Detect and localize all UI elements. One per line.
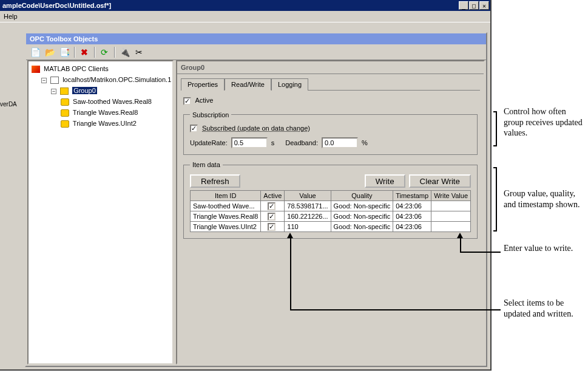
col-writevalue[interactable]: Write Value — [431, 191, 471, 201]
tool-new-icon[interactable]: 📄 — [29, 46, 42, 58]
cell-quality: Good: Non-specific — [331, 201, 393, 211]
deadband-input[interactable]: 0.0 — [322, 137, 358, 148]
matlab-icon — [32, 66, 40, 73]
cell-quality: Good: Non-specific — [331, 211, 393, 222]
cell-active[interactable]: ✓ — [261, 222, 285, 232]
tree-item[interactable]: Triangle Waves.UInt2 — [61, 118, 171, 129]
tool-additem-icon[interactable]: 📑 — [58, 46, 71, 58]
clear-write-button[interactable]: Clear Write — [409, 174, 471, 188]
itemdata-group: Item data Refresh Write Clear Write Item… — [183, 161, 478, 239]
tree-root-label: MATLAB OPC Clients — [44, 65, 109, 72]
write-button[interactable]: Write — [365, 174, 405, 188]
item-icon — [61, 98, 69, 106]
separator-icon — [114, 47, 115, 58]
item-table: Item ID Active Value Quality Timestamp W… — [190, 190, 471, 232]
tab-readwrite[interactable]: Read/Write — [225, 78, 271, 91]
tree-item[interactable]: Triangle Waves.Real8 — [61, 107, 171, 118]
active-checkbox[interactable]: ✓ — [183, 97, 191, 105]
cell-writevalue[interactable] — [431, 211, 471, 222]
tab-properties[interactable]: Properties — [181, 78, 225, 91]
tab-content: ✓ Active Subscription ✓ Subscribed (upda… — [177, 91, 484, 251]
bracket-icon — [493, 111, 497, 146]
cell-timestamp: 04:23:06 — [393, 222, 431, 232]
object-tree: MATLAB OPC Clients − localhost/Matrikon.… — [30, 63, 171, 129]
arrow-up-icon — [287, 233, 293, 238]
subscribed-label: Subscribed (update on data change) — [202, 125, 310, 132]
tree-item[interactable]: Saw-toothed Waves.Real8 — [61, 96, 171, 107]
annotation-selectitems: Select items to be updated and written. — [504, 298, 586, 319]
active-label: Active — [195, 97, 213, 104]
outer-titlebar: ampleCode\UserDoc\Untitled.osf*] _ □ ✕ — [0, 0, 490, 11]
tree-item-label: Triangle Waves.Real8 — [73, 109, 138, 116]
close-button[interactable]: ✕ — [479, 1, 489, 10]
subscription-legend: Subscription — [190, 111, 232, 118]
tree-item-label: Saw-toothed Waves.Real8 — [73, 98, 152, 105]
detail-header: Group0 — [177, 61, 484, 74]
item-icon — [61, 120, 69, 128]
inner-toolbar: 📄 📂 📑 ✖ ⟳ 🔌 ✂ — [26, 44, 486, 60]
outer-window-title: ampleCode\UserDoc\Untitled.osf*] — [2, 2, 459, 9]
col-value[interactable]: Value — [285, 191, 331, 201]
menu-help[interactable]: Help — [4, 11, 18, 22]
col-itemid[interactable]: Item ID — [190, 191, 260, 201]
maximize-button[interactable]: □ — [469, 1, 479, 10]
cell-value: 160.221226... — [285, 211, 331, 222]
tree-item-label: Triangle Waves.UInt2 — [73, 120, 137, 127]
tree-pane[interactable]: MATLAB OPC Clients − localhost/Matrikon.… — [27, 60, 174, 365]
arrow-line — [460, 237, 461, 252]
annotation-writevalue: Enter value to write. — [504, 243, 586, 254]
tool-delete-icon[interactable]: ✖ — [78, 46, 91, 58]
percent-label: % — [362, 139, 368, 146]
subscribed-checkbox[interactable]: ✓ — [190, 125, 198, 132]
arrow-line — [460, 252, 501, 253]
opc-toolbox-window: OPC Toolbox Objects 📄 📂 📑 ✖ ⟳ 🔌 ✂ MA — [25, 32, 487, 367]
active-checkbox-row: ✓ Active — [183, 97, 478, 105]
col-timestamp[interactable]: Timestamp — [393, 191, 431, 201]
minimize-button[interactable]: _ — [459, 1, 468, 10]
arrow-line — [290, 237, 291, 310]
tree-group-label: Group0 — [72, 87, 97, 94]
annotation-subscription: Control how often group receives updated… — [504, 106, 586, 139]
bracket-icon — [493, 167, 497, 231]
menu-bar: Help — [0, 11, 490, 22]
separator-icon — [94, 47, 95, 58]
left-gutter-text: verDA — [0, 101, 17, 108]
table-row[interactable]: Triangle Waves.UInt2✓110Good: Non-specif… — [190, 222, 470, 232]
col-active[interactable]: Active — [261, 191, 285, 201]
tree-root[interactable]: MATLAB OPC Clients − localhost/Matrikon.… — [32, 63, 171, 129]
cell-writevalue[interactable] — [431, 201, 471, 211]
updaterate-label: UpdateRate: — [190, 139, 228, 146]
detail-pane: Group0 Properties Read/Write Logging ✓ A… — [176, 60, 485, 365]
host-icon — [50, 77, 59, 84]
deadband-label: Deadband: — [285, 139, 318, 146]
tree-host-label: localhost/Matrikon.OPC.Simulation.1 — [63, 76, 171, 83]
expander-icon[interactable]: − — [41, 78, 47, 83]
tab-logging[interactable]: Logging — [271, 78, 308, 91]
cell-timestamp: 04:23:06 — [393, 211, 431, 222]
left-gutter: verDA — [0, 34, 22, 369]
tool-disconnect-icon[interactable]: ✂ — [132, 46, 146, 58]
subscription-group: Subscription ✓ Subscribed (update on dat… — [183, 111, 478, 156]
updaterate-input[interactable]: 0.5 — [231, 137, 268, 148]
tool-refresh-icon[interactable]: ⟳ — [98, 46, 111, 58]
arrow-up-icon — [457, 233, 463, 238]
refresh-button[interactable]: Refresh — [190, 174, 240, 188]
cell-active[interactable]: ✓ — [261, 201, 285, 211]
annotation-itemdata: Group value, quality, and timestamp show… — [504, 188, 586, 210]
cell-active[interactable]: ✓ — [261, 211, 285, 222]
col-quality[interactable]: Quality — [331, 191, 393, 201]
cell-value: 110 — [285, 222, 331, 232]
tool-connect-icon[interactable]: 🔌 — [118, 46, 131, 58]
table-row[interactable]: Saw-toothed Wave...✓78.5398171...Good: N… — [190, 201, 470, 211]
outer-window: ampleCode\UserDoc\Untitled.osf*] _ □ ✕ H… — [0, 0, 492, 371]
cell-itemid: Triangle Waves.UInt2 — [190, 222, 260, 232]
table-row[interactable]: Triangle Waves.Real8✓160.221226...Good: … — [190, 211, 470, 222]
tab-strip: Properties Read/Write Logging — [181, 78, 480, 90]
cell-writevalue[interactable] — [431, 222, 471, 232]
seconds-label: s — [271, 139, 275, 146]
tree-group[interactable]: − Group0 Saw-toothed Waves.Real8 — [51, 85, 171, 129]
tool-add-icon[interactable]: 📂 — [43, 46, 56, 58]
cell-itemid: Saw-toothed Wave... — [190, 201, 260, 211]
expander-icon[interactable]: − — [51, 89, 56, 94]
tree-host[interactable]: − localhost/Matrikon.OPC.Simulation.1 − … — [41, 74, 171, 129]
